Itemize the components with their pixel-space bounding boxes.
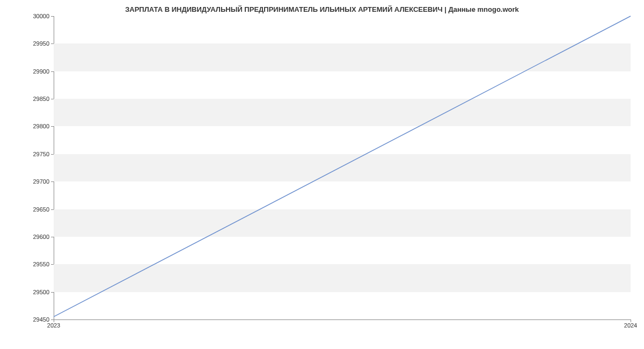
y-tick-mark [51, 126, 54, 127]
chart-container: ЗАРПЛАТА В ИНДИВИДУАЛЬНЫЙ ПРЕДПРИНИМАТЕЛ… [0, 0, 644, 349]
y-tick-label: 29900 [17, 68, 49, 75]
y-tick-label: 29650 [17, 206, 49, 213]
x-tick-mark [631, 319, 631, 322]
y-tick-mark [51, 292, 54, 293]
y-tick-mark [51, 99, 54, 99]
y-tick-mark [51, 43, 54, 44]
y-tick-label: 29750 [17, 151, 49, 157]
x-tick-label: 2023 [47, 322, 60, 329]
y-tick-label: 29950 [17, 40, 49, 47]
y-tick-mark [51, 209, 54, 210]
y-tick-label: 29700 [17, 178, 49, 185]
y-tick-mark [51, 154, 54, 155]
y-tick-mark [51, 181, 54, 182]
y-tick-label: 29600 [17, 234, 49, 240]
y-tick-label: 29550 [17, 261, 49, 267]
y-tick-mark [51, 237, 54, 237]
y-tick-label: 30000 [17, 13, 49, 19]
data-line [54, 16, 631, 319]
x-axis-line [54, 319, 631, 320]
y-tick-mark [51, 264, 54, 265]
y-tick-label: 29800 [17, 123, 49, 129]
chart-title: ЗАРПЛАТА В ИНДИВИДУАЛЬНЫЙ ПРЕДПРИНИМАТЕЛ… [0, 5, 644, 13]
y-tick-mark [51, 71, 54, 72]
y-tick-label: 29450 [17, 316, 49, 323]
plot-area [54, 16, 631, 319]
y-tick-label: 29500 [17, 289, 49, 295]
x-tick-mark [54, 319, 54, 322]
x-tick-label: 2024 [624, 322, 637, 329]
y-tick-label: 29850 [17, 96, 49, 102]
y-tick-mark [51, 16, 54, 17]
